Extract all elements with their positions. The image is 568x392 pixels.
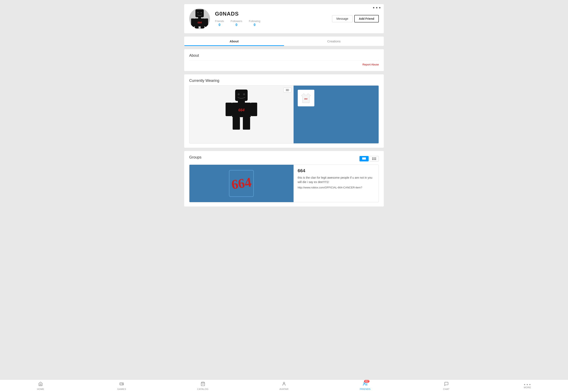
- items-grid: 664: [293, 85, 379, 143]
- group-image: 664: [189, 165, 293, 202]
- catalog-icon: [201, 382, 205, 387]
- group-card: 664 664 this is the clan for legit aweso…: [189, 165, 379, 202]
- svg-rect-9: [201, 26, 204, 28]
- home-icon: [38, 382, 43, 387]
- games-icon: [119, 382, 124, 387]
- group-664-big-text: 664: [231, 174, 252, 193]
- view-toggle: [360, 156, 379, 161]
- nav-chat[interactable]: CHAT: [440, 382, 453, 390]
- wearing-title: Currently Wearing: [189, 79, 379, 83]
- chat-label: CHAT: [443, 388, 450, 390]
- profile-card: ■ ■ ■ 664: [184, 4, 384, 33]
- avatar-icon: [282, 382, 286, 387]
- tab-about[interactable]: About: [184, 37, 284, 46]
- groups-title: Groups: [189, 155, 202, 160]
- friends-label: FRIENDS: [360, 388, 370, 390]
- add-friend-button[interactable]: Add Friend: [354, 15, 379, 22]
- wearing-container: 3D 664: [189, 85, 379, 143]
- chat-icon: [444, 382, 449, 387]
- svg-rect-13: [238, 100, 245, 103]
- bottom-nav: HOME GAMES CATALOG AVATAR 257 FRIENDS CH…: [0, 379, 568, 392]
- svg-point-11: [238, 93, 240, 95]
- friends-badge-count: 257: [364, 380, 370, 383]
- friends-label: Friends: [215, 20, 224, 23]
- three-dots-menu[interactable]: ■ ■ ■: [373, 6, 381, 9]
- svg-rect-17: [251, 103, 257, 116]
- profile-stats: Friends 0 Followers 0 Following 0: [215, 20, 332, 27]
- svg-rect-3: [198, 17, 201, 18]
- group-inner-box: 664: [229, 170, 254, 197]
- group-name: 664: [298, 168, 375, 173]
- svg-point-28: [283, 382, 285, 383]
- about-divider: [189, 60, 379, 60]
- grid-view-button[interactable]: [369, 156, 379, 161]
- about-title: About: [189, 53, 379, 58]
- username: G0NADS: [215, 11, 332, 17]
- about-section: About Report Abuse: [184, 49, 384, 71]
- tshirt-svg: 664: [300, 92, 312, 104]
- svg-rect-16: [226, 103, 232, 116]
- avatar-label: AVATAR: [279, 388, 289, 390]
- home-label: HOME: [37, 388, 44, 390]
- group-info: 664 this is the clan for legit awesome p…: [293, 165, 379, 202]
- friends-stat: Friends 0: [215, 20, 224, 27]
- message-button[interactable]: Message: [332, 15, 353, 22]
- svg-point-2: [201, 12, 202, 13]
- more-label: MORE: [524, 386, 531, 389]
- svg-rect-7: [205, 18, 208, 27]
- following-label: Following: [249, 20, 260, 23]
- followers-label: Followers: [231, 20, 242, 23]
- report-abuse-link[interactable]: Report Abuse: [189, 62, 379, 67]
- svg-point-26: [123, 384, 123, 384]
- group-link[interactable]: http://www.roblox.com/OFFICIAL-664-CANCE…: [298, 186, 375, 189]
- profile-info: G0NADS Friends 0 Followers 0 Following 0: [215, 11, 332, 27]
- avatar: 664: [189, 8, 210, 29]
- character-svg: 664: [221, 88, 262, 140]
- svg-rect-19: [243, 117, 250, 130]
- following-value: 0: [254, 23, 256, 27]
- list-view-button[interactable]: [360, 156, 369, 161]
- svg-rect-0: [195, 9, 204, 17]
- svg-point-1: [197, 12, 199, 13]
- wearing-section: Currently Wearing 3D 664: [184, 74, 384, 148]
- svg-rect-10: [235, 90, 248, 101]
- svg-text:664: 664: [198, 21, 202, 24]
- nav-catalog[interactable]: CATALOG: [197, 382, 209, 390]
- nav-home[interactable]: HOME: [34, 382, 47, 390]
- groups-section: Groups: [184, 151, 384, 207]
- item-tshirt[interactable]: 664: [298, 90, 314, 106]
- character-viewer: 3D 664: [189, 85, 293, 143]
- svg-point-25: [122, 383, 122, 384]
- svg-point-12: [243, 93, 245, 95]
- tabs-container: About Creations: [184, 37, 384, 46]
- groups-header: Groups: [189, 155, 379, 162]
- followers-stat: Followers 0: [231, 20, 242, 27]
- svg-rect-8: [195, 26, 199, 28]
- tab-creations[interactable]: Creations: [284, 37, 384, 46]
- nav-friends[interactable]: 257 FRIENDS: [359, 382, 371, 390]
- nav-games[interactable]: GAMES: [115, 382, 128, 390]
- following-stat: Following 0: [249, 20, 260, 27]
- followers-value: 0: [235, 23, 237, 27]
- svg-text:664: 664: [304, 98, 307, 100]
- catalog-label: CATALOG: [197, 388, 208, 390]
- svg-rect-6: [191, 18, 194, 27]
- games-label: GAMES: [117, 388, 126, 390]
- group-description: this is the clan for legit awesome peopl…: [298, 176, 375, 184]
- friends-icon: 257: [363, 382, 367, 387]
- nav-avatar[interactable]: AVATAR: [278, 382, 290, 390]
- nav-more[interactable]: ■ ■ ■ MORE: [521, 383, 534, 389]
- svg-rect-18: [233, 117, 240, 130]
- 3d-button[interactable]: 3D: [283, 88, 291, 92]
- svg-text:664: 664: [238, 108, 245, 112]
- friends-value: 0: [218, 23, 220, 27]
- profile-actions: Message Add Friend: [332, 15, 379, 22]
- tabs-row: About Creations: [184, 37, 384, 46]
- more-dots-icon: ■ ■ ■: [524, 383, 531, 386]
